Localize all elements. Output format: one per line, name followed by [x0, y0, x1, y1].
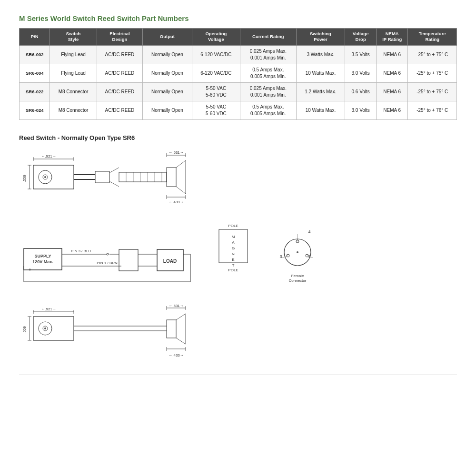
table-cell: -25° to + 75° C	[408, 64, 457, 82]
table-cell: 10 Watts Max.	[296, 64, 345, 82]
svg-text:←.433→: ←.433→	[169, 353, 184, 357]
table-cell: Normally Open	[143, 45, 192, 64]
table-cell: 3 Watts Max.	[296, 45, 345, 64]
table-header: VoltageDrop	[345, 29, 377, 46]
table-header: TemperatureRating	[408, 29, 457, 46]
svg-text:+: +	[29, 267, 31, 272]
table-cell: NEMA 6	[376, 45, 407, 64]
diagram-title: Reed Switch - Normally Open Type SR6	[19, 134, 457, 141]
svg-text:E: E	[232, 258, 234, 262]
svg-text:←.531→: ←.531→	[169, 150, 184, 155]
table-header: SwitchStyle	[50, 29, 97, 46]
svg-text:.559: .559	[22, 174, 27, 182]
svg-point-72	[297, 251, 298, 253]
table-cell: -25° to + 76° C	[408, 101, 457, 119]
svg-rect-92	[167, 320, 176, 338]
svg-rect-14	[95, 171, 109, 183]
svg-text:Connector: Connector	[289, 278, 307, 283]
table-cell: 3.5 Volts	[345, 45, 377, 64]
svg-text:120V Max.: 120V Max.	[32, 259, 53, 264]
wiring-diagram: SUPPLY 120V Max. + PIN 3 / BLU PIN 1 / B…	[19, 220, 200, 296]
svg-text:←.921→: ←.921→	[41, 307, 56, 311]
table-header: OperatingVoltage	[192, 29, 240, 46]
svg-line-16	[109, 181, 119, 187]
table-cell: 3.0 Volts	[345, 64, 377, 82]
table-header: ElectricalDesign	[97, 29, 143, 46]
svg-line-94	[176, 338, 186, 344]
table-cell: Normally Open	[143, 82, 192, 101]
svg-text:M: M	[232, 235, 235, 239]
svg-line-15	[109, 168, 119, 173]
svg-text:N: N	[232, 252, 235, 256]
table-cell: NEMA 6	[376, 101, 407, 119]
table-cell: AC/DC REED	[97, 101, 143, 119]
connector-diagram: 4 3 1 Female Connector	[267, 220, 324, 296]
table-cell: 0.025 Amps Max.0.001 Amps Min.	[240, 82, 296, 101]
table-cell: -25° to + 75° C	[408, 45, 457, 64]
table-cell: 5-50 VAC5-60 VDC	[192, 82, 240, 101]
table-cell: Flying Lead	[50, 64, 97, 82]
svg-line-93	[176, 314, 186, 320]
svg-text:.559: .559	[22, 326, 27, 333]
svg-text:T: T	[232, 263, 235, 268]
table-cell: SR6-002	[20, 45, 50, 64]
table-cell: 0.5 Amps Max.0.005 Amps Min.	[240, 64, 296, 82]
svg-text:←.921→: ←.921→	[41, 154, 56, 159]
page-title: M Series World Switch Reed Switch Part N…	[19, 14, 457, 22]
table-cell: SR6-022	[20, 82, 50, 101]
table-cell: -25° to + 75° C	[408, 82, 457, 101]
svg-text:LOAD: LOAD	[163, 258, 177, 264]
svg-text:A: A	[232, 240, 235, 245]
table-row: SR6-022M8 ConnectorAC/DC REEDNormally Op…	[20, 82, 457, 101]
table-cell: SR6-004	[20, 64, 50, 82]
table-row: SR6-024M8 ConnectorAC/DC REEDNormally Op…	[20, 101, 457, 119]
svg-text:Female: Female	[291, 274, 304, 278]
svg-point-7	[44, 176, 46, 178]
svg-text:3: 3	[279, 254, 282, 259]
table-cell: Flying Lead	[50, 45, 97, 64]
table-cell: M8 Connector	[50, 101, 97, 119]
table-cell: AC/DC REED	[97, 45, 143, 64]
table-header: SwitchingPower	[296, 29, 345, 46]
pole-diagram: POLE M A G N E T POLE	[209, 220, 257, 296]
table-cell: 1.2 Watts Max.	[296, 82, 345, 101]
table-cell: 6-120 VAC/DC	[192, 64, 240, 82]
spec-table: P/NSwitchStyleElectricalDesignOutputOper…	[19, 28, 457, 120]
table-cell: 6-120 VAC/DC	[192, 45, 240, 64]
svg-text:PIN 3 / BLU: PIN 3 / BLU	[71, 249, 91, 253]
svg-rect-4	[33, 165, 74, 189]
table-row: SR6-002Flying LeadAC/DC REEDNormally Ope…	[20, 45, 457, 64]
diagram-section: Reed Switch - Normally Open Type SR6 ←.9…	[19, 134, 457, 365]
table-cell: 3.0 Volts	[345, 101, 377, 119]
mechanical-diagram-bottom: ←.921→ .559 ←.531→ ←.433→	[19, 303, 267, 365]
svg-line-26	[176, 187, 186, 194]
table-cell: NEMA 6	[376, 82, 407, 101]
table-header: Current Rating	[240, 29, 296, 46]
table-cell: 0.5 Amps Max.0.005 Amps Min.	[240, 101, 296, 119]
table-cell: 0.6 Volts	[345, 82, 377, 101]
table-cell: Normally Open	[143, 101, 192, 119]
table-cell: 5-50 VAC5-60 VDC	[192, 101, 240, 119]
table-header: P/N	[20, 29, 50, 46]
svg-text:POLE: POLE	[228, 224, 238, 228]
table-cell: SR6-024	[20, 101, 50, 119]
svg-point-85	[44, 327, 46, 329]
table-cell: M8 Connector	[50, 82, 97, 101]
mechanical-diagram-top: ←.921→ .559	[19, 149, 267, 215]
table-cell: 10 Watts Max.	[296, 101, 345, 119]
svg-line-25	[176, 160, 186, 168]
table-cell: AC/DC REED	[97, 64, 143, 82]
table-cell: 0.025 Amps Max.0.001 Amps Min.	[240, 45, 296, 64]
svg-rect-82	[33, 317, 74, 340]
table-header: NEMAIP Rating	[376, 29, 407, 46]
svg-text:G: G	[232, 246, 235, 250]
svg-text:SUPPLY: SUPPLY	[34, 254, 51, 258]
svg-text:←.531→: ←.531→	[169, 304, 184, 308]
table-cell: NEMA 6	[376, 64, 407, 82]
divider	[19, 375, 457, 375]
table-cell: Normally Open	[143, 64, 192, 82]
svg-text:←.433→: ←.433→	[169, 200, 184, 204]
table-cell: AC/DC REED	[97, 82, 143, 101]
table-header: Output	[143, 29, 192, 46]
table-row: SR6-004Flying LeadAC/DC REEDNormally Ope…	[20, 64, 457, 82]
